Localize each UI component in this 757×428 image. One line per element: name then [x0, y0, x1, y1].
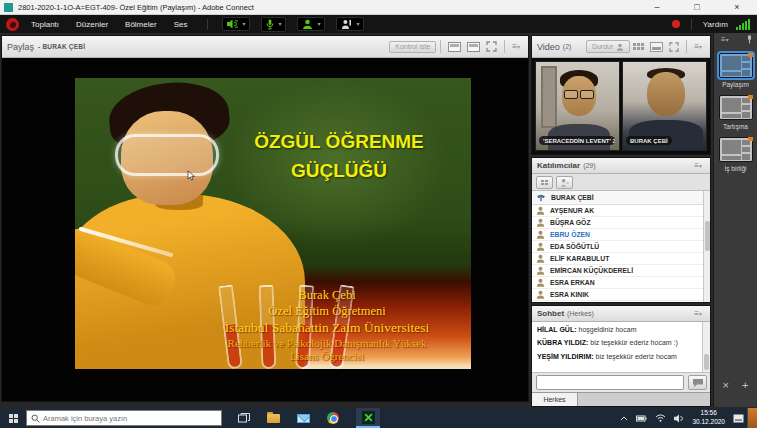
slide-footer-line: Rehberlik ve Psikolojik Danışmanlık Yüks… — [183, 337, 471, 351]
file-explorer-icon[interactable] — [267, 414, 280, 423]
close-button[interactable]: × — [717, 0, 757, 14]
wifi-icon[interactable] — [655, 414, 666, 422]
presentation-slide: ÖZGÜL ÖĞRENME GÜÇLÜĞÜ Burak Çebi Özel Eğ… — [75, 78, 471, 369]
menu-item[interactable]: Düzenler — [76, 20, 108, 29]
raise-hand-button[interactable]: ▾ — [336, 17, 364, 31]
menubar: Toplantı Düzenler Bölmeler Ses ▾ ▾ ▾ ▾ Y — [0, 15, 757, 33]
divider — [440, 40, 441, 53]
pod-menu-icon[interactable]: ≡▾ — [694, 162, 702, 170]
close-layout-button[interactable]: × — [723, 380, 729, 391]
search-input[interactable] — [43, 414, 221, 423]
participant-row[interactable]: AYŞENUR AK — [532, 205, 703, 217]
video-pod: Video (2) Durdur ≡▾ 'SERACEDDİN LEVE — [531, 35, 711, 155]
participant-row[interactable]: ELİF KARABULUT — [532, 253, 703, 265]
webcam-button[interactable]: ▾ — [297, 17, 325, 31]
pod-menu-icon[interactable]: ≡▾ — [694, 43, 702, 51]
microphone-button[interactable]: ▾ — [261, 17, 286, 32]
scrollbar-thumb[interactable] — [704, 354, 709, 370]
send-message-button[interactable] — [688, 375, 707, 390]
chat-tab-bar: Herkes — [532, 392, 710, 406]
microphone-icon — [266, 19, 274, 30]
pod-menu-icon[interactable]: ≡▾ — [512, 43, 520, 51]
fullscreen-icon[interactable] — [669, 42, 679, 52]
participants-scrollbar[interactable] — [703, 191, 710, 302]
participant-name: ESRA ERKAN — [550, 279, 595, 286]
adobe-connect-taskbar-icon[interactable] — [356, 408, 380, 428]
attendee-status-button[interactable] — [556, 176, 573, 189]
participant-host-row[interactable]: BURAK ÇEBİ — [532, 191, 703, 205]
participant-row[interactable]: ESRA KINIK — [532, 289, 703, 301]
fullscreen-icon[interactable] — [486, 41, 497, 52]
participant-row[interactable]: ESRA ERKAN — [532, 277, 703, 289]
layout-option-label: İş birliği — [714, 165, 757, 172]
filmstrip-view-icon[interactable] — [650, 42, 663, 52]
layout-view-alt-icon[interactable] — [467, 42, 480, 52]
layout-thumbnail-icon — [719, 137, 753, 162]
minimize-button[interactable]: – — [637, 0, 677, 14]
sidebar-top-bar: ≡▾ — [714, 33, 757, 46]
tray-expand-icon[interactable] — [620, 416, 628, 421]
video-feeds: 'SERACEDDİN LEVENT' Z... BURAK ÇEBİ — [532, 58, 710, 154]
participant-row[interactable]: EBRU ÖZEN — [532, 229, 703, 241]
participant-icon — [536, 242, 545, 251]
speaker-button[interactable]: ▾ — [222, 17, 250, 31]
participant-row[interactable]: EDA SÖĞÜTLÜ — [532, 241, 703, 253]
layout-option[interactable]: Paylaşım — [714, 53, 757, 88]
chat-input[interactable] — [536, 375, 684, 390]
chat-pod-title: Sohbet — [537, 309, 564, 318]
menu-item[interactable]: Ses — [174, 20, 188, 29]
video-name-label: 'SERACEDDİN LEVENT' Z... — [539, 136, 615, 145]
adobe-connect-logo-icon — [6, 18, 19, 31]
menu-item[interactable]: Toplantı — [31, 20, 59, 29]
slide-footer-line: İstanbul Sabahattin Zaim Üniversitesi — [183, 320, 471, 337]
chat-scrollbar[interactable] — [702, 322, 710, 372]
stop-webcam-button[interactable]: Durdur — [586, 40, 630, 53]
layout-option[interactable]: İş birliği — [714, 137, 757, 172]
start-button[interactable] — [0, 408, 26, 428]
participant-row[interactable]: BÜŞRA GÖZ — [532, 217, 703, 229]
system-tray: 15:56 30.12.2020 — [620, 409, 744, 427]
divider — [686, 40, 687, 53]
add-layout-button[interactable]: + — [742, 380, 748, 391]
taskbar-clock[interactable]: 15:56 30.12.2020 — [692, 409, 725, 427]
chevron-down-icon: ▾ — [242, 21, 245, 27]
action-center-icon[interactable] — [733, 414, 744, 423]
menu-item[interactable]: Bölmeler — [125, 20, 157, 29]
layout-view-icon[interactable] — [448, 42, 461, 52]
help-menu[interactable]: Yardım — [703, 20, 728, 29]
request-control-button[interactable]: Kontrol iste — [389, 41, 436, 53]
participant-icon — [536, 218, 545, 227]
phone-headset-icon — [536, 193, 546, 202]
chat-tab-everyone[interactable]: Herkes — [532, 393, 578, 406]
pod-menu-icon[interactable]: ≡▾ — [694, 310, 702, 318]
window-title: 2801-2020-1-1O-A=EGT-409- Özel Eğitim (P… — [18, 3, 254, 12]
battery-icon[interactable] — [636, 415, 647, 422]
pin-icon[interactable] — [746, 35, 753, 44]
mouse-cursor-icon — [187, 170, 196, 181]
participants-pod-title: Katılımcılar — [537, 161, 580, 170]
participant-row[interactable]: EMİRCAN KÜÇÜKDERELİ — [532, 265, 703, 277]
taskbar-apps — [238, 408, 380, 428]
taskbar-search[interactable] — [26, 410, 222, 426]
webcam-icon — [302, 19, 313, 29]
task-view-icon[interactable] — [238, 413, 250, 423]
grid-view-icon[interactable] — [633, 43, 644, 50]
layout-option[interactable]: Tartışma — [714, 95, 757, 130]
participants-pod: Katılımcılar (29) ≡▾ BURAK ÇEBİ AYŞENUR … — [531, 157, 711, 303]
share-pod-title: Paylaş — [7, 42, 34, 52]
chrome-icon[interactable] — [327, 412, 339, 424]
chat-scope: (Herkes) — [567, 310, 594, 317]
volume-icon[interactable] — [674, 414, 684, 423]
sidebar-menu-icon[interactable]: ≡▾ — [721, 36, 729, 44]
chat-pod-header: Sohbet (Herkes) ≡▾ — [532, 306, 710, 322]
window-titlebar: 2801-2020-1-1O-A=EGT-409- Özel Eğitim (P… — [0, 0, 757, 15]
attendee-view-button[interactable] — [536, 176, 553, 189]
scrollbar-thumb[interactable] — [705, 221, 710, 251]
layout-thumbnail-icon — [719, 95, 753, 120]
participant-icon — [536, 254, 545, 263]
participants-toolbar — [532, 174, 710, 191]
mail-icon[interactable] — [297, 414, 310, 423]
maximize-button[interactable]: □ — [677, 0, 717, 14]
slide-footer-line: Burak Çebi — [183, 288, 471, 304]
participant-icon — [536, 230, 545, 239]
